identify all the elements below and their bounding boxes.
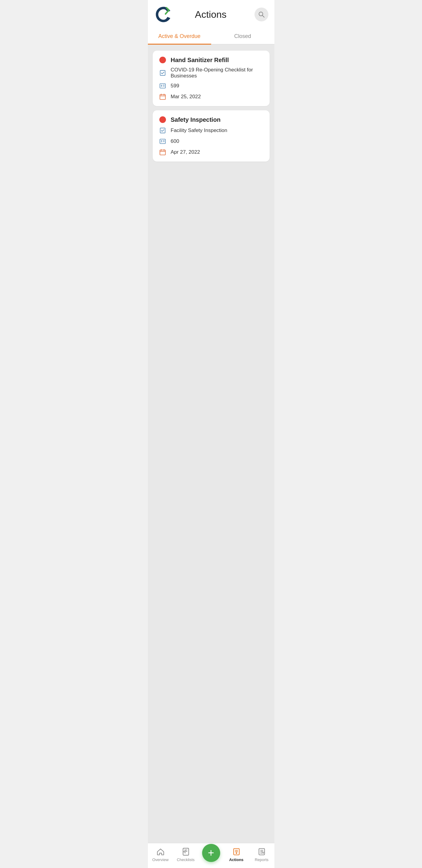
card-checklist-row-2: Facility Safety Inspection [159,127,264,134]
bottom-navigation: Overview Checklists + Actions [148,843,274,868]
card-title-row: Hand Sanitizer Refill [159,56,264,64]
status-indicator-2 [159,116,167,124]
overview-label: Overview [152,858,168,862]
card-1-title: Hand Sanitizer Refill [171,57,229,64]
status-indicator [159,56,167,64]
page-title: Actions [171,9,251,20]
calendar-icon [159,93,167,101]
checklists-label: Checklists [177,858,195,862]
id-icon [159,82,167,90]
card-number-row: 599 [159,82,264,90]
nav-item-overview[interactable]: Overview [152,847,170,862]
id-icon-2 [159,137,167,145]
checklists-icon [181,847,190,856]
nav-item-actions[interactable]: Actions [227,847,246,862]
search-button[interactable] [255,7,268,22]
reports-icon [257,847,266,856]
home-icon [156,847,165,856]
card-1-checklist: COVID-19 Re-Opening Checklist for Busine… [171,67,264,79]
svg-point-4 [161,85,162,86]
card-number-row-2: 600 [159,137,264,145]
nav-item-checklists[interactable]: Checklists [177,847,195,862]
svg-rect-18 [160,150,165,155]
card-1-id: 599 [171,83,179,89]
app-logo [154,5,173,24]
svg-rect-3 [160,84,165,88]
plus-icon: + [208,847,214,858]
card-1-date: Mar 25, 2022 [171,94,201,100]
svg-point-14 [161,140,162,141]
card-title-row-2: Safety Inspection [159,116,264,124]
card-2-id: 600 [171,138,179,144]
actions-icon [232,847,241,856]
action-card-1[interactable]: Hand Sanitizer Refill COVID-19 Re-Openin… [153,51,269,106]
svg-rect-8 [160,95,165,100]
card-date-row: Mar 25, 2022 [159,93,264,101]
action-card-2[interactable]: Safety Inspection Facility Safety Inspec… [153,110,269,161]
tab-bar: Active & Overdue Closed [148,29,274,44]
tab-closed[interactable]: Closed [211,29,274,44]
reports-label: Reports [255,858,269,862]
red-dot-icon-2 [159,116,166,123]
red-dot-icon [159,57,166,63]
card-date-row-2: Apr 27, 2022 [159,148,264,156]
card-checklist-row: COVID-19 Re-Opening Checklist for Busine… [159,67,264,79]
svg-line-1 [262,16,264,17]
card-2-date: Apr 27, 2022 [171,149,200,155]
add-button[interactable]: + [202,844,220,862]
content-area: Hand Sanitizer Refill COVID-19 Re-Openin… [148,44,274,843]
card-2-checklist: Facility Safety Inspection [171,127,227,133]
card-2-title: Safety Inspection [171,116,221,123]
app-header: Actions [148,0,274,29]
calendar-icon-2 [159,148,167,156]
tab-active-overdue[interactable]: Active & Overdue [148,29,211,44]
nav-item-reports[interactable]: Reports [253,847,271,862]
actions-label: Actions [229,858,244,862]
checklist-icon [159,69,167,77]
svg-rect-13 [160,139,165,144]
checklist-icon-2 [159,127,167,134]
search-icon [258,11,265,18]
